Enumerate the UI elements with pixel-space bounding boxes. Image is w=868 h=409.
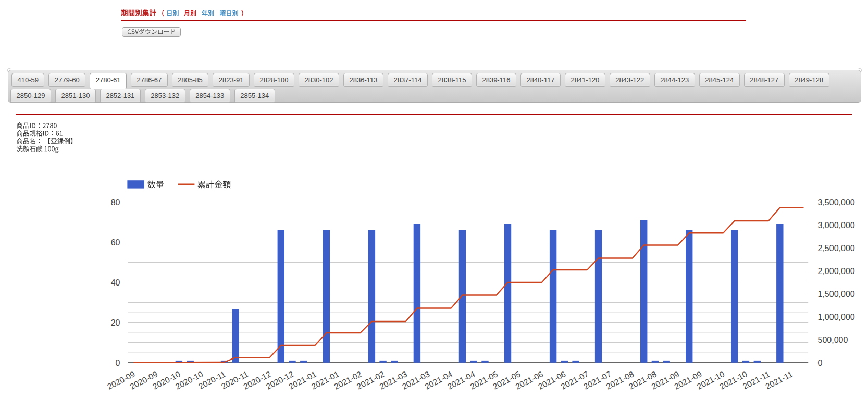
svg-text:2,500,000: 2,500,000	[818, 244, 855, 253]
svg-text:0: 0	[818, 358, 823, 367]
svg-text:3,000,000: 3,000,000	[818, 221, 855, 230]
svg-text:80: 80	[111, 198, 120, 207]
svg-text:500,000: 500,000	[818, 336, 848, 344]
svg-text:1,000,000: 1,000,000	[818, 313, 855, 321]
svg-text:60: 60	[111, 238, 120, 247]
svg-text:40: 40	[111, 278, 120, 287]
svg-text:2,000,000: 2,000,000	[818, 267, 855, 276]
svg-text:0: 0	[116, 358, 120, 367]
svg-text:3,500,000: 3,500,000	[818, 198, 855, 207]
svg-text:20: 20	[111, 318, 120, 327]
svg-text:1,500,000: 1,500,000	[818, 290, 855, 299]
